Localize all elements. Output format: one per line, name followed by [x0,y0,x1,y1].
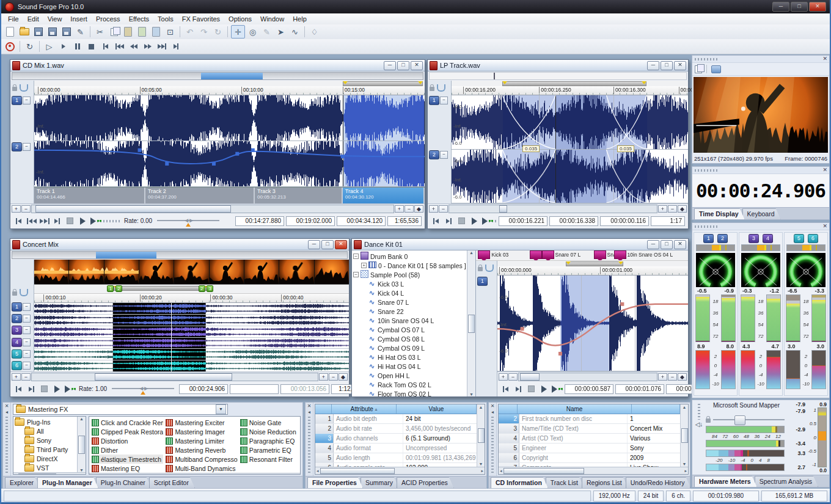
output-fader[interactable] [713,419,785,420]
close-icon[interactable]: ✕ [822,167,827,173]
overview-bar[interactable] [12,72,423,80]
h-scrollbar[interactable]: ◂▸ [499,467,688,474]
rate-slider[interactable]: ◄► [155,216,222,226]
panel-header[interactable]: ✕ [692,56,829,63]
paste-icon[interactable] [122,26,134,38]
table-row[interactable]: 5EngineerSony [499,444,680,453]
maximize-icon[interactable]: □ [791,2,808,12]
go-to-end-icon[interactable] [26,384,37,395]
lock-icon[interactable] [706,418,711,423]
tab-plugin-manager[interactable]: Plug-In Manager [37,477,98,488]
snap-magnet-icon[interactable] [437,84,445,92]
plugin-item[interactable]: Parametric EQ [240,445,299,455]
table-row[interactable]: 4Artist (CD Text)Various [499,434,680,444]
plugin-item[interactable]: Multi-Band Dynamics [166,464,237,473]
rewind-all-icon[interactable] [113,40,126,53]
stop-icon[interactable] [456,216,467,227]
play-icon[interactable] [57,40,70,53]
menu-help[interactable]: Help [288,15,311,23]
time-ruler[interactable]: 00:00:00.000 00:00:01.000 [497,266,688,276]
save-icon[interactable] [32,26,45,38]
zoom-time-in-icon[interactable]: + [319,373,328,381]
sample-marker[interactable]: Snare [594,251,613,258]
tree-item[interactable]: ∿Kick 04 L [353,288,467,298]
save-as-icon[interactable] [46,26,59,38]
tree-item[interactable]: Third Party [15,445,77,454]
tree-item[interactable]: ∿Kick 03 L [353,279,467,288]
video-thumbnail-strip[interactable] [34,260,349,285]
maximize-icon[interactable]: □ [661,61,673,70]
undo-icon[interactable]: ↶ [183,26,196,38]
tree-item[interactable]: ∿Snare 22 [353,307,467,316]
new-file-icon[interactable] [4,26,16,38]
zoom-fit-icon[interactable]: ◆ [678,205,687,213]
cd-track-marker[interactable]: 1 [107,285,114,292]
time-ruler[interactable]: 00:00:10 00:00:20 00:00:30 00:00:40 [34,294,349,303]
tab-acid-properties[interactable]: ACID Properties [397,477,454,488]
channel-3-badge[interactable]: 3 [12,326,22,335]
pencil-tool-icon[interactable]: ✎ [260,26,273,38]
scrub-tool-icon[interactable]: ♢ [308,26,321,38]
sample-marker[interactable]: Snare 07 L [542,251,593,258]
minimize-icon[interactable]: ─ [308,240,320,249]
cd-track-marker[interactable]: 3 [207,285,213,292]
panel-header[interactable]: ✕ [692,167,829,174]
pause-icon[interactable] [71,40,84,53]
lock-icon[interactable] [430,87,434,91]
close-icon[interactable]: ✕ [491,403,495,409]
h-scrollbar[interactable] [518,373,657,381]
zoom-time-out-icon[interactable]: − [668,205,677,213]
waveform-canvas[interactable] [497,276,688,371]
zoom-out-icon[interactable]: − [439,205,448,213]
lp-track-titlebar[interactable]: LP Track.wav ─ □ ✕ [428,60,688,71]
minimize-icon[interactable]: ─ [647,240,659,249]
table-row-selected[interactable]: 2First track number on disc1 [499,414,680,424]
selection-length-time[interactable]: 00:04:34.120 [337,216,386,226]
panel-drag-handle[interactable] [308,417,310,475]
go-to-start-icon[interactable] [13,384,24,395]
forward-icon[interactable] [39,216,49,227]
h-scrollbar[interactable]: ◂▸ [13,472,86,475]
minimize-icon[interactable]: ─ [772,2,789,12]
channel-1-badge[interactable]: 1 [477,277,488,286]
channel-1-badge[interactable]: 1 [12,96,22,105]
table-row[interactable]: 2Audio bit rate3,456,000 bytes/second [315,424,477,434]
track-segment[interactable]: Track 300:05:32.213 [255,188,343,203]
stop-icon[interactable] [65,216,75,227]
snap-magnet-icon[interactable] [20,84,28,92]
zoom-time-out-icon[interactable]: − [405,205,414,213]
channel-1-badge[interactable]: 1 [429,96,439,105]
selection-end-time[interactable] [230,384,279,394]
h-scrollbar[interactable] [31,373,318,381]
go-to-start-icon[interactable] [431,216,441,227]
maximize-icon[interactable]: □ [321,240,334,249]
selection-start-time[interactable]: 00:14:27.880 [235,216,284,226]
overview-view-region[interactable] [96,252,156,258]
zoom-in-icon[interactable]: + [12,205,21,213]
h-scrollbar[interactable] [31,205,394,213]
play-device-icon[interactable] [552,384,562,395]
menu-edit[interactable]: Edit [23,15,43,23]
column-header-name[interactable]: Name [518,404,632,414]
redo-icon[interactable]: ↷ [197,26,210,38]
mute-icon[interactable]: ◁↓ [695,421,703,428]
plugin-item[interactable]: Click and Crackle Removal [92,418,163,427]
tab-time-display[interactable]: Time Display [694,208,745,219]
sample-marker[interactable]: Ki [530,251,540,258]
play-icon[interactable] [469,216,480,227]
tree-item[interactable]: DirectX [15,454,77,463]
table-row[interactable]: 1Audio bit depth24 bit [315,414,477,424]
time-ruler[interactable]: 00:00:16.200 00:00:16.250 00:00:16.300 0… [452,86,688,95]
go-to-end-icon[interactable] [169,40,182,53]
stop-icon[interactable] [526,384,536,395]
play-icon[interactable] [78,216,88,227]
loop-playback-icon[interactable]: ↻ [23,40,36,53]
track-segment-selected[interactable]: Track 400:04:30.120 [343,188,425,203]
channel-1-badge[interactable]: 1 [703,234,714,243]
v-scrollbar[interactable]: ▲▼ [77,417,86,472]
close-icon[interactable]: ✕ [335,240,347,249]
play-all-icon[interactable]: ▷ [43,40,56,53]
zoom-out-icon[interactable]: − [21,373,31,381]
rate-slider[interactable]: ◄► [109,384,177,394]
mix-paste-icon[interactable] [136,26,148,38]
